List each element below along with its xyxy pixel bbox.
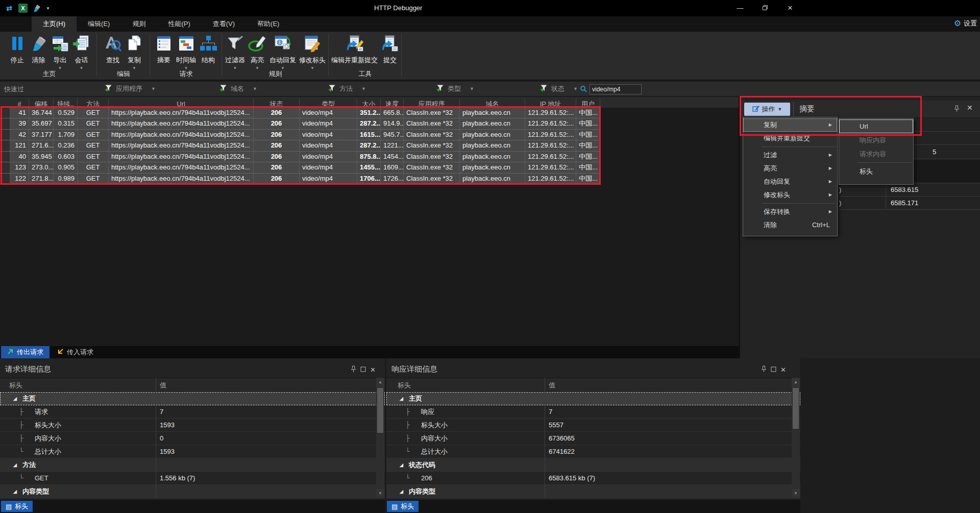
detail-row[interactable]: ├响应7 bbox=[386, 405, 800, 419]
panel-close-icon[interactable]: ✕ bbox=[967, 104, 973, 112]
bottom-tab-outgoing[interactable]: 传出请求 bbox=[1, 346, 50, 358]
table-row[interactable]: 122271.8...0.989GEThttps://playback.eeo.… bbox=[0, 174, 601, 184]
ribbon-button-autoreply[interactable]: 自动回复▼ bbox=[268, 33, 298, 71]
ribbon-button-highlight[interactable]: 高亮▼ bbox=[247, 33, 268, 71]
expand-triangle-icon[interactable]: ◢ bbox=[400, 392, 403, 405]
section-row[interactable]: ◢内容类型 bbox=[386, 485, 800, 498]
tab-help[interactable]: 帮助(E) bbox=[246, 16, 290, 32]
ribbon-button-editresubmit[interactable]: 编辑并重新提交 bbox=[330, 33, 379, 71]
ribbon-button-structure[interactable]: 结构 bbox=[198, 33, 219, 71]
expand-triangle-icon[interactable]: ◢ bbox=[13, 458, 17, 472]
ribbon-button-stop[interactable]: 停止 bbox=[7, 33, 28, 71]
section-row[interactable]: ◢主页 bbox=[386, 392, 800, 405]
search-input[interactable] bbox=[590, 84, 642, 94]
tab-home[interactable]: 主页(H) bbox=[32, 16, 77, 32]
ribbon-button-export[interactable]: 导出▼ bbox=[50, 33, 71, 71]
settings-button[interactable]: ⚙ 设置 bbox=[954, 18, 977, 28]
detail-row[interactable]: └GET1.556 kb (7) bbox=[0, 472, 385, 485]
ribbon-button-copy[interactable]: 复制▼ bbox=[124, 33, 145, 71]
ribbon-button-timeline[interactable]: 时间轴▼ bbox=[175, 33, 198, 71]
section-row[interactable]: ◢内容类型 bbox=[0, 485, 385, 498]
menu-item-modify-headers[interactable]: 修改标头▶ bbox=[743, 188, 837, 202]
bottom-tab-incoming[interactable]: 传入请求 bbox=[51, 346, 100, 358]
chevron-down-icon[interactable]: ▼ bbox=[361, 86, 366, 91]
table-row[interactable]: 4237.1771.709GEThttps://playback.eeo.cn/… bbox=[0, 130, 601, 140]
grid-column-header[interactable]: 偏移 bbox=[29, 99, 54, 106]
grid-header[interactable]: #偏移持续..方法Url状态类型大小速度应用程序域名IP 地址用户 bbox=[0, 97, 739, 108]
filter-application[interactable]: 应用程序▼ bbox=[105, 84, 156, 93]
table-row[interactable]: 4136.7440.529GEThttps://playback.eeo.cn/… bbox=[0, 108, 601, 118]
action-button[interactable]: 操作 ▼ bbox=[744, 103, 790, 116]
tab-edit[interactable]: 编辑(E) bbox=[77, 16, 121, 32]
minimize-button[interactable]: — bbox=[731, 0, 749, 15]
table-row[interactable]: 3935.6970.315GEThttps://playback.eeo.cn/… bbox=[0, 118, 601, 129]
expand-triangle-icon[interactable]: ◢ bbox=[13, 485, 17, 498]
detail-row[interactable]: ├请求7 bbox=[0, 405, 385, 419]
ribbon-button-modifyheaders[interactable]: 修改标头▼ bbox=[298, 33, 327, 71]
grid-column-header[interactable]: 速度 bbox=[381, 99, 404, 106]
detail-row[interactable]: └总计大小6741622 bbox=[386, 445, 800, 458]
section-row[interactable]: ◢状态代码 bbox=[386, 458, 800, 472]
detail-row[interactable]: ├内容大小0 bbox=[0, 432, 385, 445]
pin-icon[interactable] bbox=[351, 365, 356, 374]
grid-column-header[interactable]: 用户 bbox=[576, 99, 600, 106]
menu-item-filter[interactable]: 过滤▶ bbox=[743, 149, 837, 162]
pin-icon[interactable] bbox=[954, 105, 960, 114]
ribbon-button-find[interactable]: 查找 bbox=[102, 33, 124, 71]
grid-column-header[interactable]: 状态 bbox=[254, 99, 300, 106]
tab-view[interactable]: 查看(V) bbox=[202, 16, 246, 32]
expand-triangle-icon[interactable]: ◢ bbox=[13, 392, 17, 405]
filter-domain[interactable]: 域名▼ bbox=[219, 84, 257, 93]
filter-status[interactable]: 状态▼ bbox=[540, 84, 578, 93]
brush-icon[interactable] bbox=[32, 3, 42, 13]
ribbon-button-filter[interactable]: 过滤器▼ bbox=[224, 33, 247, 71]
headers-footer-tab[interactable]: ▤ 标头 bbox=[387, 501, 419, 512]
filter-type[interactable]: 类型▼ bbox=[436, 84, 474, 93]
ribbon-button-clear[interactable]: 清除 bbox=[28, 33, 50, 71]
menu-item-edit-resubmit[interactable]: 编辑并重新提交 bbox=[743, 132, 837, 145]
close-button[interactable]: ✕ bbox=[781, 0, 799, 15]
chevron-down-icon[interactable]: ▼ bbox=[573, 86, 578, 91]
section-row[interactable]: ◢方法 bbox=[0, 458, 385, 472]
grid-column-header[interactable]: Url bbox=[109, 99, 254, 106]
maximize-icon[interactable] bbox=[360, 366, 366, 374]
detail-row[interactable]: ├标头大小5557 bbox=[386, 419, 800, 432]
submenu-item-url[interactable]: Url bbox=[839, 119, 913, 133]
filter-method[interactable]: 方法▼ bbox=[328, 84, 366, 93]
grid-column-header[interactable]: 大小 bbox=[357, 99, 381, 106]
menu-item-clear[interactable]: 清除Ctrl+L bbox=[743, 218, 837, 232]
grid-column-header[interactable]: 域名 bbox=[460, 99, 525, 106]
scrollbar[interactable]: ▲ ▼ bbox=[792, 378, 800, 498]
menu-item-highlight[interactable]: 高亮▶ bbox=[743, 162, 837, 175]
grid-column-header[interactable]: 类型 bbox=[300, 99, 357, 106]
tab-performance[interactable]: 性能(P) bbox=[157, 16, 201, 32]
submenu-item-headers[interactable]: 标头 bbox=[839, 164, 913, 178]
grid-column-header[interactable]: IP 地址 bbox=[525, 99, 576, 106]
table-row[interactable]: 4035.9450.603GEThttps://playback.eeo.cn/… bbox=[0, 152, 601, 162]
tab-rules[interactable]: 规则 bbox=[121, 16, 157, 32]
grid-column-header[interactable]: 方法 bbox=[78, 99, 109, 106]
detail-row[interactable]: ├标头大小1593 bbox=[0, 419, 385, 432]
menu-item-auto-reply[interactable]: 自动回复▶ bbox=[743, 175, 837, 188]
detail-row[interactable]: └2066583.615 kb (7) bbox=[386, 472, 800, 485]
pin-icon[interactable] bbox=[761, 365, 767, 374]
detail-row[interactable]: ├内容大小6736065 bbox=[386, 432, 800, 445]
section-row[interactable]: ◢主页 bbox=[0, 392, 385, 405]
table-row[interactable]: 123273.0...0.905GEThttps://playback.eeo.… bbox=[0, 162, 601, 173]
expand-triangle-icon[interactable]: ◢ bbox=[400, 458, 403, 472]
grid-column-header[interactable]: # bbox=[10, 99, 29, 106]
table-row[interactable]: 121271.6...0.236GEThttps://playback.eeo.… bbox=[0, 140, 601, 151]
chevron-down-icon[interactable]: ▼ bbox=[151, 86, 156, 91]
scrollbar[interactable]: ▲ ▼ bbox=[376, 378, 384, 498]
ribbon-button-session[interactable]: 会话▼ bbox=[71, 33, 92, 71]
expand-triangle-icon[interactable]: ◢ bbox=[400, 485, 403, 498]
grid-column-header[interactable]: 持续.. bbox=[54, 99, 78, 106]
quick-toolbar-caret-icon[interactable]: ▼ bbox=[46, 6, 50, 11]
excel-icon[interactable]: X bbox=[18, 4, 28, 13]
maximize-icon[interactable] bbox=[771, 366, 776, 374]
panel-close-icon[interactable]: ✕ bbox=[780, 366, 786, 374]
grid-column-header[interactable]: 应用程序 bbox=[404, 99, 460, 106]
ribbon-button-submit[interactable]: 提交 bbox=[379, 33, 401, 71]
panel-close-icon[interactable]: ✕ bbox=[370, 366, 376, 374]
chevron-down-icon[interactable]: ▼ bbox=[253, 86, 257, 91]
